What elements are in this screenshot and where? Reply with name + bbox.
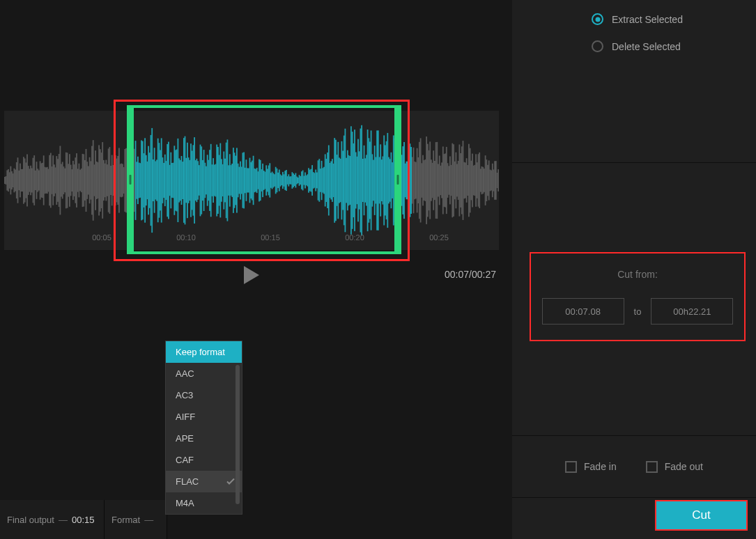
svg-rect-64 [79, 170, 81, 192]
fade-in-label: Fade in [584, 461, 617, 472]
play-button[interactable] [244, 266, 259, 284]
svg-rect-9 [15, 170, 16, 192]
svg-rect-184 [497, 169, 499, 192]
side-panel: Extract Selected Delete Selected Cut fro… [512, 0, 756, 539]
svg-rect-3 [8, 169, 9, 192]
cut-end-input[interactable] [651, 298, 733, 325]
svg-rect-129 [433, 150, 434, 210]
svg-rect-33 [43, 155, 45, 205]
svg-rect-118 [420, 138, 422, 222]
svg-rect-49 [62, 162, 63, 199]
checkbox-icon [565, 461, 577, 473]
time-current: 00:07 [445, 269, 469, 280]
svg-rect-165 [475, 154, 477, 206]
waveform-track[interactable]: 00:05 00:10 00:15 00:20 00:25 [4, 111, 499, 250]
svg-rect-0 [4, 177, 6, 184]
time-tick: 00:25 [429, 233, 449, 242]
svg-rect-83 [102, 142, 103, 219]
svg-rect-15 [22, 169, 23, 192]
svg-rect-95 [116, 159, 118, 203]
svg-rect-156 [465, 162, 466, 198]
extract-label: Extract Selected [612, 14, 683, 25]
selection-handle-start[interactable] [127, 105, 134, 254]
svg-rect-24 [33, 158, 34, 203]
svg-rect-32 [42, 163, 43, 198]
selection-region[interactable] [127, 105, 399, 254]
scrollbar[interactable] [236, 365, 240, 504]
format-item[interactable]: APE [166, 428, 242, 449]
fade-out-label: Fade out [665, 461, 703, 472]
svg-rect-96 [117, 156, 118, 205]
svg-rect-85 [105, 164, 106, 198]
format-item[interactable]: CAF [166, 449, 242, 471]
svg-rect-60 [75, 157, 76, 203]
svg-rect-126 [429, 141, 431, 219]
fade-out-checkbox[interactable]: Fade out [646, 461, 703, 473]
svg-rect-144 [451, 165, 452, 196]
svg-rect-152 [460, 153, 461, 208]
svg-rect-79 [98, 162, 99, 198]
svg-rect-176 [488, 160, 490, 200]
svg-rect-14 [21, 169, 22, 192]
svg-rect-75 [93, 140, 94, 221]
svg-rect-41 [52, 155, 54, 205]
format-segment[interactable]: Format — [105, 500, 167, 539]
extract-selected-radio[interactable]: Extract Selected [512, 6, 756, 33]
svg-rect-54 [68, 164, 69, 196]
cut-button[interactable]: Cut [655, 500, 748, 531]
radio-icon [592, 13, 603, 25]
svg-rect-115 [417, 148, 418, 213]
svg-rect-25 [33, 155, 35, 205]
svg-rect-171 [482, 167, 484, 194]
cut-from-section: Cut from: to [530, 252, 746, 341]
svg-rect-40 [52, 166, 53, 194]
cut-button-label: Cut [692, 508, 710, 522]
svg-rect-143 [449, 157, 451, 205]
svg-rect-175 [487, 165, 488, 196]
format-item[interactable]: Keep format [166, 341, 242, 363]
time-tick: 00:05 [92, 233, 111, 242]
svg-rect-159 [468, 144, 470, 217]
selection-handle-end[interactable] [394, 105, 401, 254]
play-icon [244, 266, 259, 284]
svg-rect-124 [427, 144, 429, 217]
time-total: 00:27 [472, 269, 496, 280]
format-label: Format [111, 515, 140, 525]
svg-rect-4 [9, 172, 10, 188]
svg-rect-44 [56, 156, 57, 205]
svg-rect-162 [472, 154, 473, 208]
svg-rect-150 [458, 161, 459, 200]
fade-in-checkbox[interactable]: Fade in [565, 461, 617, 473]
svg-rect-98 [120, 164, 121, 196]
svg-rect-123 [426, 136, 427, 224]
svg-rect-52 [65, 153, 67, 208]
svg-rect-111 [412, 157, 413, 204]
cut-start-input[interactable] [542, 298, 624, 325]
svg-rect-180 [493, 169, 495, 191]
svg-rect-18 [25, 162, 26, 198]
svg-rect-133 [438, 164, 439, 196]
svg-rect-6 [11, 171, 13, 189]
format-item[interactable]: M4A [166, 492, 242, 514]
svg-rect-45 [57, 159, 59, 202]
format-item[interactable]: FLAC [166, 471, 242, 492]
svg-rect-46 [59, 154, 60, 207]
svg-rect-57 [71, 169, 72, 192]
svg-rect-413 [403, 142, 405, 219]
svg-rect-35 [45, 167, 47, 193]
svg-rect-172 [484, 169, 485, 192]
delete-selected-radio[interactable]: Delete Selected [512, 33, 756, 60]
svg-rect-136 [441, 162, 442, 198]
radio-icon [592, 40, 603, 52]
svg-rect-36 [47, 167, 48, 194]
format-item[interactable]: AIFF [166, 406, 242, 428]
format-dropdown[interactable]: Keep formatAACAC3AIFFAPECAFFLACM4A [165, 341, 242, 515]
format-item[interactable]: AAC [166, 363, 242, 384]
svg-rect-7 [13, 173, 14, 187]
svg-rect-122 [425, 159, 426, 201]
svg-rect-78 [96, 162, 98, 199]
svg-rect-148 [456, 153, 457, 209]
svg-rect-92 [113, 165, 114, 196]
final-output-segment: Final output — 00:15 [0, 500, 105, 539]
format-item[interactable]: AC3 [166, 384, 242, 406]
